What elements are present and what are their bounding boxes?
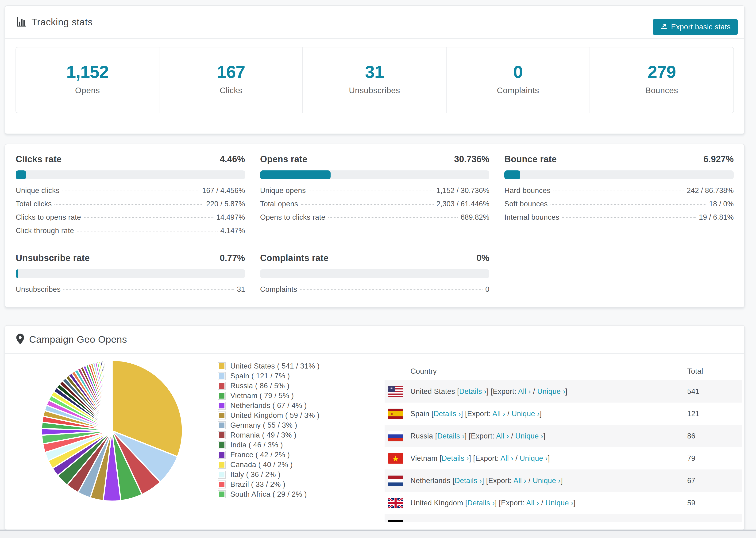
all-chevron[interactable]: › — [528, 387, 531, 396]
export-all-link[interactable]: All — [513, 476, 522, 485]
rate-row-dots — [553, 190, 684, 191]
all-chevron[interactable]: › — [514, 521, 517, 522]
legend-label: United Kingdom ( 59 / 3% ) — [230, 411, 320, 420]
rate-progress-track — [260, 269, 490, 278]
rate-row-value: 31 — [237, 285, 245, 294]
geo-table-body: United States [Details ›] [Export: All ›… — [385, 380, 742, 522]
export-label: Export: — [479, 521, 502, 522]
country-cell: Netherlands [Details ›] [Export: All › /… — [410, 476, 687, 485]
export-basic-stats-button[interactable]: Export basic stats — [653, 19, 738, 35]
total-value: 86 — [687, 432, 742, 440]
details-link[interactable]: Details — [434, 409, 457, 418]
rate-row-dots — [309, 190, 434, 191]
details-link[interactable]: Details — [442, 454, 464, 462]
all-chevron[interactable]: › — [511, 454, 513, 462]
legend-label: Italy ( 36 / 2% ) — [230, 470, 281, 479]
export-all-link[interactable]: All — [501, 454, 509, 462]
export-unique-link[interactable]: Unique — [545, 499, 569, 507]
country-name: United States — [410, 387, 455, 396]
all-chevron[interactable]: › — [503, 409, 506, 418]
legend-item-russia: Russia ( 86 / 5% ) — [218, 381, 320, 391]
tracking-stats-header: Tracking stats — [5, 6, 744, 39]
card-rates: Clicks rate4.46%Unique clicks167 / 4.456… — [5, 144, 745, 307]
rate-title: Complaints rate — [260, 253, 329, 263]
rate-row-label: Complaints — [260, 285, 297, 294]
details-link[interactable]: Details — [437, 432, 460, 440]
details-chevron[interactable]: › — [479, 476, 482, 485]
rate-row: Unique opens1,152 / 30.736% — [260, 187, 490, 200]
details-link[interactable]: Details — [467, 499, 490, 507]
export-all-link[interactable]: All — [526, 499, 534, 507]
details-link[interactable]: Details — [445, 521, 468, 522]
legend-label: Spain ( 121 / 7% ) — [230, 372, 290, 380]
details-chevron[interactable]: › — [484, 387, 487, 396]
export-all-link[interactable]: All — [492, 409, 501, 418]
legend-label: India ( 46 / 3% ) — [230, 441, 283, 449]
all-chevron[interactable]: › — [537, 499, 539, 507]
export-unique-link[interactable]: Unique — [519, 454, 543, 462]
export-all-link[interactable]: All — [496, 432, 504, 440]
legend-swatch — [218, 441, 226, 449]
export-unique-link[interactable]: Unique — [533, 476, 556, 485]
table-row-nl: Netherlands [Details ›] [Export: All › /… — [385, 469, 742, 492]
geo-pie-chart — [39, 358, 185, 504]
export-unique-link[interactable]: Unique — [523, 521, 547, 522]
export-label: Export: — [467, 409, 491, 418]
stat-value: 0 — [513, 62, 523, 82]
rate-row: Unique clicks167 / 4.456% — [16, 187, 245, 200]
legend-item-romania: Romania ( 49 / 3% ) — [218, 430, 320, 440]
stat-label: Clicks — [220, 86, 242, 95]
details-chevron[interactable]: › — [458, 409, 461, 418]
legend-label: Germany ( 55 / 3% ) — [230, 421, 297, 430]
rate-block-opens-rate: Opens rate30.736%Unique opens1,152 / 30.… — [260, 154, 490, 240]
rate-row-value: 1,152 / 30.736% — [436, 187, 490, 195]
export-unique-link[interactable]: Unique — [512, 409, 535, 418]
export-unique-link[interactable]: Unique — [537, 387, 561, 396]
legend-swatch — [218, 421, 226, 429]
rate-row-dots — [54, 204, 203, 205]
unique-chevron[interactable]: › — [571, 499, 573, 507]
details-link[interactable]: Details — [455, 476, 477, 485]
export-unique-link[interactable]: Unique — [515, 432, 539, 440]
country-name: Germany — [410, 521, 441, 522]
rate-row-label: Soft bounces — [504, 200, 548, 208]
details-chevron[interactable]: › — [466, 454, 469, 462]
unique-chevron[interactable]: › — [563, 387, 566, 396]
rate-row-dots — [301, 204, 434, 205]
stat-value: 167 — [217, 62, 245, 82]
rate-progress-track — [260, 170, 490, 179]
rate-row-value: 19 / 6.81% — [699, 213, 734, 222]
country-cell: Spain [Details ›] [Export: All › / Uniqu… — [410, 409, 687, 418]
export-label: Export: — [501, 499, 524, 507]
rate-value: 6.927% — [703, 154, 734, 164]
all-chevron[interactable]: › — [507, 432, 509, 440]
legend-item-spain: Spain ( 121 / 7% ) — [218, 371, 320, 381]
country-cell: United Kingdom [Details ›] [Export: All … — [410, 499, 687, 507]
unique-chevron[interactable]: › — [549, 521, 551, 522]
geo-opens-header: Campaign Geo Opens — [5, 326, 744, 354]
rate-row: Total clicks220 / 5.87% — [16, 200, 245, 213]
rate-progress-track — [16, 170, 245, 179]
unique-chevron[interactable]: › — [537, 409, 540, 418]
unique-chevron[interactable]: › — [558, 476, 561, 485]
stat-box-complaints: 0Complaints — [447, 47, 590, 113]
rate-row-value: 0 — [485, 285, 489, 294]
all-chevron[interactable]: › — [524, 476, 526, 485]
details-chevron[interactable]: › — [470, 521, 472, 522]
export-all-link[interactable]: All — [504, 521, 512, 522]
details-chevron[interactable]: › — [462, 432, 465, 440]
unique-chevron[interactable]: › — [545, 454, 548, 462]
export-all-link[interactable]: All — [518, 387, 526, 396]
rate-row-label: Unsubscribes — [16, 285, 61, 294]
rate-row-value: 220 / 5.87% — [206, 200, 245, 208]
total-value: 59 — [687, 499, 742, 507]
details-link[interactable]: Details — [459, 387, 482, 396]
rate-row-value: 2,303 / 61.446% — [436, 200, 490, 208]
rate-row-label: Internal bounces — [504, 213, 559, 222]
legend-label: France ( 42 / 2% ) — [230, 451, 290, 459]
unique-chevron[interactable]: › — [541, 432, 544, 440]
rate-row-label: Opens to clicks rate — [260, 213, 325, 222]
details-chevron[interactable]: › — [492, 499, 495, 507]
rate-row-dots — [328, 217, 458, 218]
bar-chart-icon — [16, 16, 27, 28]
